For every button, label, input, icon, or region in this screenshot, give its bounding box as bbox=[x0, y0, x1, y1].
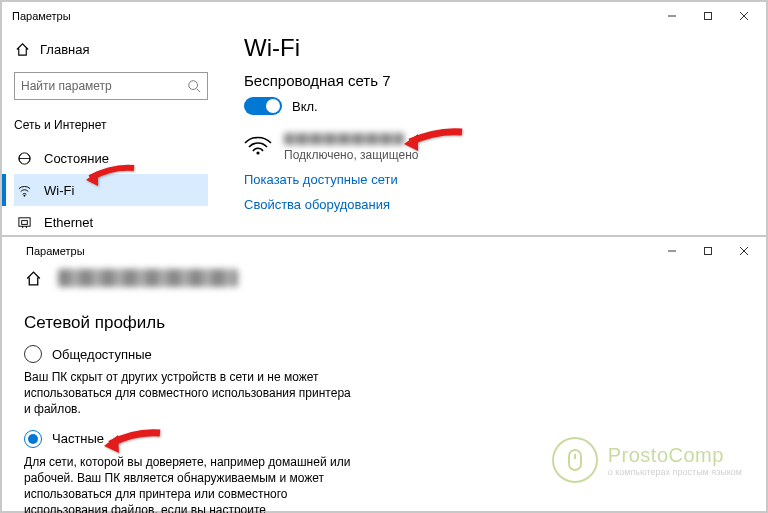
ssid-name-blurred bbox=[284, 133, 404, 145]
wifi-toggle[interactable] bbox=[244, 97, 282, 115]
radio-icon bbox=[24, 345, 42, 363]
window-title: Параметры bbox=[12, 10, 71, 22]
sidebar-item-label: Wi-Fi bbox=[44, 183, 74, 198]
svg-rect-1 bbox=[705, 13, 712, 20]
watermark-name: ProstoComp bbox=[608, 444, 742, 467]
wifi-signal-icon bbox=[244, 133, 272, 155]
link-show-networks[interactable]: Показать доступные сети bbox=[244, 172, 746, 187]
current-network[interactable]: Подключено, защищено bbox=[244, 133, 746, 162]
svg-point-7 bbox=[23, 194, 25, 196]
nav-home[interactable]: Главная bbox=[14, 34, 208, 64]
wifi-icon bbox=[16, 183, 32, 198]
watermark-tagline: о компьютерах простым языком bbox=[608, 467, 742, 477]
sidebar-item-label: Состояние bbox=[44, 151, 109, 166]
radio-label: Общедоступные bbox=[52, 347, 152, 362]
connection-status: Подключено, защищено bbox=[284, 148, 419, 162]
page-title: Wi-Fi bbox=[244, 34, 746, 62]
radio-private-desc: Для сети, которой вы доверяете, например… bbox=[24, 454, 354, 513]
radio-label: Частные bbox=[52, 431, 104, 446]
maximize-button[interactable] bbox=[690, 241, 726, 261]
maximize-button[interactable] bbox=[690, 6, 726, 26]
radio-public-desc: Ваш ПК скрыт от других устройств в сети … bbox=[24, 369, 354, 418]
network-heading: Беспроводная сеть 7 bbox=[244, 72, 746, 89]
close-button[interactable] bbox=[726, 241, 762, 261]
ssid-title-blurred bbox=[58, 269, 238, 287]
search-placeholder: Найти параметр bbox=[21, 79, 187, 93]
home-icon[interactable] bbox=[24, 270, 42, 287]
svg-line-5 bbox=[197, 89, 201, 93]
sidebar-item-label: Ethernet bbox=[44, 215, 93, 230]
home-icon bbox=[14, 42, 30, 57]
search-icon bbox=[187, 79, 201, 93]
sidebar-item-ethernet[interactable]: Ethernet bbox=[14, 206, 208, 238]
svg-rect-9 bbox=[21, 220, 27, 224]
nav-home-label: Главная bbox=[40, 42, 89, 57]
watermark: ProstoComp о компьютерах простым языком bbox=[552, 437, 742, 483]
wifi-toggle-label: Вкл. bbox=[292, 99, 318, 114]
svg-point-4 bbox=[189, 81, 198, 90]
ethernet-icon bbox=[16, 215, 32, 230]
link-hardware-props[interactable]: Свойства оборудования bbox=[244, 197, 746, 212]
section-heading: Сетевой профиль bbox=[24, 313, 744, 333]
radio-public[interactable]: Общедоступные bbox=[24, 343, 744, 365]
close-button[interactable] bbox=[726, 6, 762, 26]
minimize-button[interactable] bbox=[654, 6, 690, 26]
status-icon bbox=[16, 151, 32, 166]
svg-point-12 bbox=[256, 151, 259, 154]
svg-rect-14 bbox=[705, 248, 712, 255]
sidebar-item-wifi[interactable]: Wi-Fi bbox=[14, 174, 208, 206]
window-title: Параметры bbox=[26, 245, 85, 257]
sidebar-category: Сеть и Интернет bbox=[14, 118, 208, 132]
search-input[interactable]: Найти параметр bbox=[14, 72, 208, 100]
svg-rect-8 bbox=[18, 217, 29, 225]
minimize-button[interactable] bbox=[654, 241, 690, 261]
sidebar-item-status[interactable]: Состояние bbox=[14, 142, 208, 174]
radio-icon-selected bbox=[24, 430, 42, 448]
